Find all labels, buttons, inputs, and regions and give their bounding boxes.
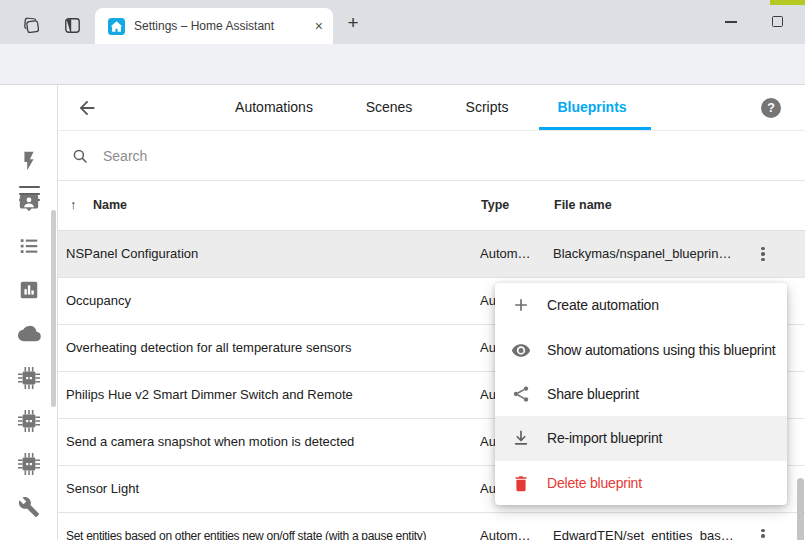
table-row[interactable]: Set entities based on other entities new… (58, 513, 805, 540)
row-name: Sensor Light (66, 466, 478, 512)
menu-item-label: Delete blueprint (547, 475, 642, 491)
tab-scenes[interactable]: Scenes (366, 85, 413, 130)
row-name: Send a camera snapshot when motion is de… (66, 419, 478, 465)
sidebar-item-cloud[interactable] (18, 323, 40, 345)
search-input[interactable] (101, 147, 705, 165)
ha-back-icon[interactable] (76, 97, 98, 119)
home-assistant-favicon (108, 18, 125, 35)
row-type: Autom… (480, 231, 535, 277)
share-icon (511, 384, 531, 404)
page-scrollbar[interactable] (797, 478, 804, 540)
row-name: Occupancy (66, 278, 478, 324)
menu-item-show-automations[interactable]: Show automations using this blueprint (495, 327, 787, 371)
sidebar-item-persons[interactable] (18, 192, 40, 214)
table-header: ↑ Name Type File name (58, 181, 805, 231)
window-maximize-button[interactable] (772, 16, 783, 27)
row-file: Blackymas/nspanel_blueprin… (553, 231, 773, 277)
ha-header: Automations Scenes Scripts Blueprints ? (58, 85, 805, 131)
desktop-edge-strip (770, 0, 805, 5)
tab-scripts[interactable]: Scripts (466, 85, 509, 130)
tab-automations[interactable]: Automations (235, 85, 313, 130)
row-name: Overheating detection for all temperatur… (66, 325, 478, 371)
sidebar-item-lists[interactable] (18, 235, 40, 257)
menu-item-delete-blueprint[interactable]: Delete blueprint (495, 461, 787, 505)
plus-icon (511, 295, 531, 315)
browser-window: Settings – Home Assistant × + (0, 0, 805, 540)
row-type: Autom… (480, 513, 535, 540)
row-name: Philips Hue v2 Smart Dimmer Switch and R… (66, 372, 478, 418)
row-file: EdwardTEN/set_entities_bas… (553, 513, 773, 540)
browser-tab-strip: Settings – Home Assistant × + (0, 0, 805, 44)
tab-blueprints[interactable]: Blueprints (557, 85, 626, 130)
sidebar-scrollbar[interactable] (51, 210, 56, 407)
download-icon (511, 428, 531, 448)
menu-item-create-automation[interactable]: Create automation (495, 283, 787, 327)
help-icon[interactable]: ? (761, 98, 781, 118)
tab-title: Settings – Home Assistant (134, 19, 309, 33)
menu-item-label: Create automation (547, 297, 659, 313)
search-icon (71, 147, 89, 165)
column-header-type[interactable]: Type (481, 181, 509, 230)
row-name: Set entities based on other entities new… (66, 513, 478, 540)
search-bar (58, 131, 805, 181)
sidebar-item-history[interactable] (18, 279, 40, 301)
menu-item-label: Show automations using this blueprint (547, 342, 775, 358)
menu-item-share-blueprint[interactable]: Share blueprint (495, 372, 787, 416)
table-row[interactable]: NSPanel Configuration Autom… Blackymas/n… (58, 231, 805, 278)
sidebar-item-device-1[interactable] (18, 367, 40, 389)
browser-toolbar: Not secure homeassistant.local:8123/... (0, 44, 805, 85)
workspaces-icon[interactable] (20, 15, 42, 35)
blueprint-context-menu: Create automation Show automations using… (495, 283, 787, 505)
vertical-tabs-icon[interactable] (61, 15, 83, 35)
sidebar-item-device-3[interactable] (18, 453, 40, 475)
menu-item-reimport-blueprint[interactable]: Re-import blueprint (495, 416, 787, 460)
sidebar-item-tools[interactable] (18, 496, 40, 518)
sort-arrow-icon[interactable]: ↑ (70, 181, 76, 230)
menu-item-label: Share blueprint (547, 386, 639, 402)
active-browser-tab[interactable]: Settings – Home Assistant × (95, 8, 333, 44)
row-menu-button[interactable] (754, 245, 772, 263)
sidebar-item-device-2[interactable] (18, 410, 40, 432)
column-header-file[interactable]: File name (554, 181, 612, 230)
column-header-name[interactable]: Name (93, 181, 127, 230)
new-tab-button[interactable]: + (342, 12, 364, 34)
trash-icon (511, 473, 531, 493)
active-tab-underline (539, 127, 651, 130)
sidebar-item-automations[interactable] (18, 150, 40, 172)
menu-item-label: Re-import blueprint (547, 430, 662, 446)
row-menu-button[interactable] (754, 527, 772, 540)
eye-icon (511, 340, 531, 360)
window-minimize-button[interactable] (725, 21, 737, 23)
row-name: NSPanel Configuration (66, 231, 478, 277)
tab-close-icon[interactable]: × (315, 19, 323, 33)
ha-sidebar (0, 85, 58, 540)
